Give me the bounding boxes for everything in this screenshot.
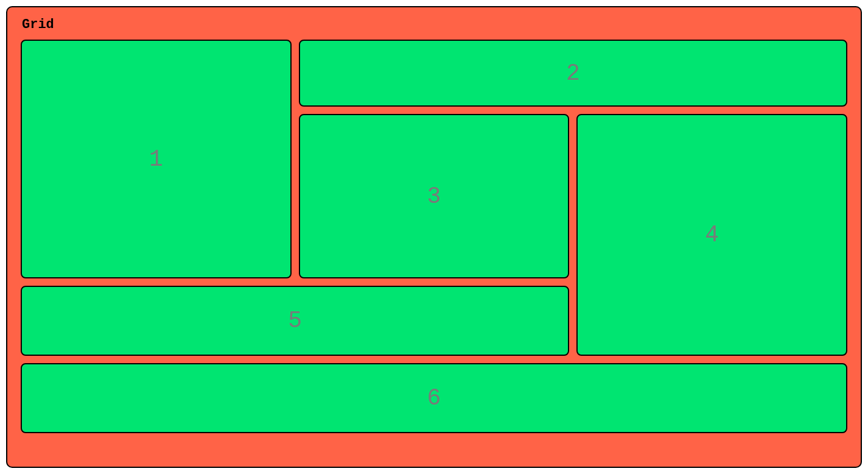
grid-layout: 1 2 3 4 5 6 xyxy=(21,40,847,451)
grid-cell-1: 1 xyxy=(21,40,292,278)
grid-cell-5: 5 xyxy=(21,286,569,356)
grid-cell-2: 2 xyxy=(299,40,847,107)
grid-container: Grid 1 2 3 4 5 6 xyxy=(6,6,862,468)
grid-cell-3: 3 xyxy=(299,114,570,278)
grid-cell-4: 4 xyxy=(576,114,847,356)
grid-title: Grid xyxy=(22,17,847,32)
grid-cell-6: 6 xyxy=(21,363,847,433)
